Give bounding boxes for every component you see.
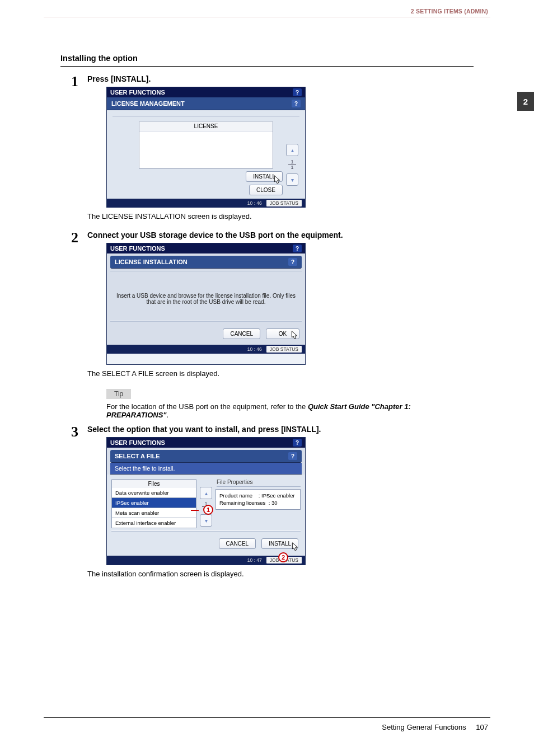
file-properties-title: File Properties [217,479,301,487]
help-icon[interactable]: ? [293,245,302,252]
step-2: 2 Connect your USB storage device to the… [60,231,474,419]
prop-remaining-label: Remaining licenses [219,500,265,506]
screen2-footer: 10 : 46 JOB STATUS [107,345,305,354]
page-den: 1 [288,165,296,170]
help-icon[interactable]: ? [292,100,301,107]
screenshot-select-a-file: USER FUNCTIONS ? SELECT A FILE ? Select … [106,437,306,565]
job-status-button[interactable]: JOB STATUS [266,346,302,353]
section-rule [60,66,474,67]
step-1-note: The LICENSE INSTALLATION screen is displ… [87,212,474,220]
help-icon[interactable]: ? [288,452,297,460]
step-3-title: Select the option that you want to insta… [87,425,474,434]
screen2-header: USER FUNCTIONS ? [107,243,305,253]
screen1-header-title: USER FUNCTIONS [110,89,165,96]
prop-product-value: : IPSec enabler [259,492,295,499]
close-button[interactable]: CLOSE [249,185,283,195]
footer-page-number: 107 [476,723,488,731]
footer-rule [44,717,490,718]
running-header-rule [44,17,490,17]
step-2-title: Connect your USB storage device to the U… [87,231,474,240]
file-item[interactable]: Meta scan enabler [111,508,196,518]
tip-text-pre: For the location of the USB port on the … [106,402,308,411]
help-icon[interactable]: ? [293,439,302,447]
scroll-down-button[interactable]: ▾ [286,173,298,186]
tip-text: For the location of the USB port on the … [106,402,474,419]
step-1: 1 Press [INSTALL]. USER FUNCTIONS ? LICE… [60,74,474,226]
callout-badge-2: 2 [278,552,288,562]
help-icon[interactable]: ? [293,88,302,96]
page-indicator: 1 1 [288,159,296,170]
screen3-subheader-text: SELECT A FILE [115,453,160,459]
screen3-breadcrumb: Select the file to install. [110,463,302,475]
step-1-title: Press [INSTALL]. [87,74,474,83]
tip-text-post: . [167,411,169,419]
scroll-up-button[interactable]: ▴ [200,487,212,499]
step-2-number: 2 [60,231,79,419]
chapter-side-tab: 2 [517,92,534,111]
callout-badge-1: 1 [203,505,213,515]
screen3-footer: 10 : 47 JOB STATUS 2 [107,556,305,565]
file-item-selected[interactable]: IPSec enabler [111,498,196,508]
ok-button-label: OK [279,331,287,337]
clock-text: 10 : 46 [247,346,262,352]
scroll-up-button[interactable]: ▴ [286,144,298,156]
pointer-icon [288,330,300,342]
screen1-header: USER FUNCTIONS ? [107,87,305,97]
step-3-note: The installation confirmation screen is … [87,570,474,578]
properties-column: File Properties Product name : IPSec ena… [216,479,301,528]
step-3: 3 Select the option that you want to ins… [60,425,474,584]
cancel-button[interactable]: CANCEL [219,538,256,549]
files-column: Files Data overwrite enabler IPSec enabl… [111,479,196,528]
footer: Setting General Functions 107 [382,723,488,731]
step-3-number: 3 [60,425,79,584]
clock-text: 10 : 47 [247,557,262,563]
file-properties-box: Product name : IPSec enabler Remaining l… [216,489,301,510]
running-header: 2 SETTING ITEMS (ADMIN) [411,8,488,15]
tip-label: Tip [106,389,131,399]
screen2-subheader: LICENSE INSTALLATION ? [110,256,302,269]
page-num: 1 [288,159,296,165]
screenshot-license-management: USER FUNCTIONS ? LICENSE MANAGEMENT ? LI… [106,87,306,208]
screen1-subheader: LICENSE MANAGEMENT ? [107,97,305,110]
ok-button[interactable]: OK [266,328,299,339]
screen1-footer: 10 : 46 JOB STATUS [107,199,305,208]
prop-product-label: Product name [219,492,252,499]
screenshot-license-installation: USER FUNCTIONS ? LICENSE INSTALLATION ? … [106,243,306,365]
screen2-subheader-text: LICENSE INSTALLATION [115,259,188,265]
license-table: LICENSE [139,121,273,169]
prop-remaining-value: : 30 [269,500,278,506]
help-icon[interactable]: ? [288,258,297,266]
screen3-header-title: USER FUNCTIONS [110,439,165,446]
cancel-button[interactable]: CANCEL [223,328,260,339]
scroll-column: ▴ 1 1 ▾ [286,144,298,186]
step-2-note: The SELECT A FILE screen is displayed. [87,369,474,378]
footer-section: Setting General Functions [382,723,466,731]
section-heading: Installing the option [60,54,474,63]
clock-text: 10 : 46 [247,200,262,206]
screen3-header: USER FUNCTIONS ? [107,438,305,448]
screen3-subheader: SELECT A FILE ? [110,450,302,463]
screen1-subheader-text: LICENSE MANAGEMENT [111,100,185,107]
callout-leader-1 [191,510,199,511]
job-status-button[interactable]: JOB STATUS [266,200,302,206]
file-item[interactable]: Data overwrite enabler [111,488,196,498]
step-1-number: 1 [60,74,79,226]
scroll-down-button[interactable]: ▾ [200,514,212,527]
file-item[interactable]: External interface enabler [111,518,196,528]
scroll-column: ▴ 1 1 ▾ [200,479,212,528]
screen2-message: Insert a USB device and browse for the l… [110,273,302,321]
license-col-header: LICENSE [139,121,273,132]
screen2-header-title: USER FUNCTIONS [110,245,165,252]
pointer-icon [288,542,301,554]
files-header: Files [111,479,196,488]
